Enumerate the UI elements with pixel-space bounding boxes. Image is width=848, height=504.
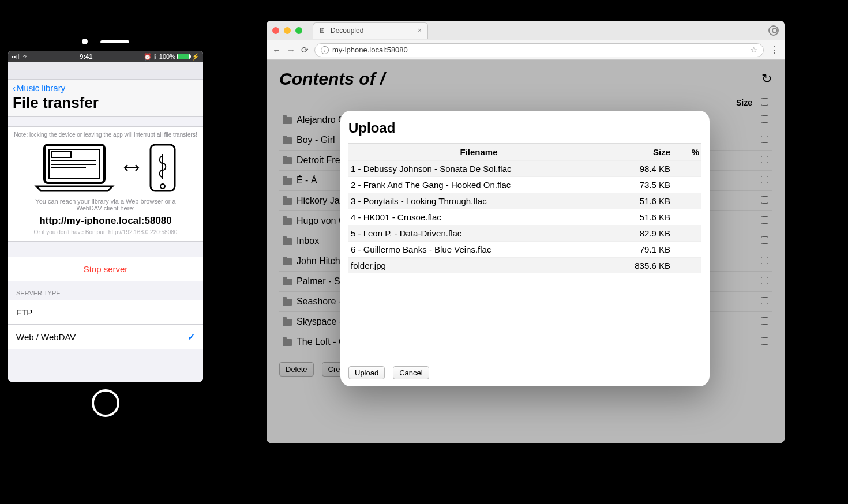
close-window-button[interactable] xyxy=(272,27,279,34)
upload-size: 51.6 KB xyxy=(609,209,673,225)
upload-filename: 5 - Leon P. - Data-Driven.flac xyxy=(348,225,609,242)
upload-row: 5 - Leon P. - Data-Driven.flac82.9 KB xyxy=(348,225,701,242)
option-label: FTP xyxy=(16,307,32,317)
bluetooth-icon: ᛒ xyxy=(153,53,157,60)
upload-filename: 2 - Frank And The Gang - Hooked On.flac xyxy=(348,177,609,193)
phone-notch xyxy=(8,32,203,51)
transfer-diagram xyxy=(8,138,203,195)
bookmark-star-icon[interactable]: ☆ xyxy=(751,46,757,54)
cancel-button[interactable]: Cancel xyxy=(393,366,429,379)
server-url: http://my-iphone.local:58080 xyxy=(8,214,203,228)
upload-row: 4 - HK001 - Crusoe.flac51.6 KB xyxy=(348,209,701,225)
alarm-icon: ⏰ xyxy=(144,53,152,61)
upload-size: 98.4 KB xyxy=(609,161,673,177)
upload-size: 73.5 KB xyxy=(609,177,673,193)
upload-row: 3 - Ponytails - Looking Through.flac51.6… xyxy=(348,193,701,209)
profile-icon[interactable] xyxy=(768,25,779,36)
stop-server-button[interactable]: Stop server xyxy=(8,257,203,281)
home-button[interactable] xyxy=(92,389,119,417)
address-bar[interactable]: i my-iphone.local:58080 ☆ xyxy=(314,43,764,57)
col-filename: Filename xyxy=(348,144,609,161)
transfer-arrows-icon xyxy=(123,159,140,176)
upload-row: 2 - Frank And The Gang - Hooked On.flac7… xyxy=(348,177,701,193)
reach-instructions: You can reach your library via a Web bro… xyxy=(8,195,203,214)
option-label: Web / WebDAV xyxy=(16,332,76,342)
page-viewport: Contents of / ↻ Size Alejandro CaBoy - G… xyxy=(267,60,785,443)
phone-icon xyxy=(148,144,177,192)
nav-bar: ‹ Music library File transfer xyxy=(8,80,203,117)
server-type-webdav[interactable]: Web / WebDAV ✓ xyxy=(8,324,203,349)
checkmark-icon: ✓ xyxy=(187,332,195,343)
upload-button[interactable]: Upload xyxy=(348,366,385,379)
upload-filename: 1 - Debussy Johnson - Sonata De Sol.flac xyxy=(348,161,609,177)
col-percent: % xyxy=(673,144,701,161)
charging-icon: ⚡ xyxy=(192,53,200,61)
minimize-window-button[interactable] xyxy=(284,27,291,34)
traffic-lights xyxy=(272,27,302,34)
home-button-area xyxy=(8,382,203,424)
svg-point-8 xyxy=(160,184,165,189)
upload-filename: 4 - HK001 - Crusoe.flac xyxy=(348,209,609,225)
upload-filename: folder.jpg xyxy=(348,258,609,274)
transfer-warning-note: Note: locking the device or leaving the … xyxy=(8,127,203,138)
browser-toolbar: ← → ⟳ i my-iphone.local:58080 ☆ ⋮ xyxy=(267,40,785,60)
maximize-window-button[interactable] xyxy=(295,27,302,34)
upload-size: 79.1 KB xyxy=(609,242,673,258)
modal-title: Upload xyxy=(348,120,701,136)
page-icon: 🗎 xyxy=(319,27,326,35)
background-app-row xyxy=(8,62,203,80)
browser-menu-icon[interactable]: ⋮ xyxy=(770,44,779,55)
status-bar: ••ıll ᯤ 9:41 ⏰ ᛒ 100% ⚡ xyxy=(8,51,203,62)
upload-row: 6 - Guillermo Banks - Blue Veins.flac79.… xyxy=(348,242,701,258)
battery-icon xyxy=(177,54,190,59)
reload-button[interactable]: ⟳ xyxy=(301,45,309,55)
page-title: File transfer xyxy=(13,94,198,112)
upload-table: Filename Size % 1 - Debussy Johnson - So… xyxy=(348,143,701,273)
upload-row: 1 - Debussy Johnson - Sonata De Sol.flac… xyxy=(348,161,701,177)
chevron-left-icon: ‹ xyxy=(13,83,16,93)
site-info-icon[interactable]: i xyxy=(321,46,329,54)
browser-tab[interactable]: 🗎 Decoupled × xyxy=(313,22,428,39)
browser-window: 🗎 Decoupled × ← → ⟳ i my-iphone.local:58… xyxy=(267,21,785,443)
bonjour-fallback: Or if you don't have Bonjour: http://192… xyxy=(8,228,203,241)
upload-size: 82.9 KB xyxy=(609,225,673,242)
address-text: my-iphone.local:58080 xyxy=(332,46,408,54)
back-label: Music library xyxy=(17,83,65,93)
phone-screen: ••ıll ᯤ 9:41 ⏰ ᛒ 100% ⚡ ‹ Music library … xyxy=(8,51,203,382)
upload-filename: 3 - Ponytails - Looking Through.flac xyxy=(348,193,609,209)
laptop-icon xyxy=(34,141,115,194)
upload-row: folder.jpg835.6 KB xyxy=(348,258,701,274)
upload-modal: Upload Filename Size % 1 - Debussy Johns… xyxy=(340,111,710,386)
status-time: 9:41 xyxy=(80,53,92,60)
battery-pct: 100% xyxy=(159,53,175,60)
back-button[interactable]: ← xyxy=(272,45,281,55)
close-tab-icon[interactable]: × xyxy=(418,27,422,35)
col-size: Size xyxy=(609,144,673,161)
back-button[interactable]: ‹ Music library xyxy=(13,83,198,93)
upload-size: 835.6 KB xyxy=(609,258,673,274)
server-type-ftp[interactable]: FTP xyxy=(8,300,203,324)
iphone-mockup: ••ıll ᯤ 9:41 ⏰ ᛒ 100% ⚡ ‹ Music library … xyxy=(8,32,203,424)
signal-icon: ••ıll ᯤ xyxy=(12,53,29,60)
upload-size: 51.6 KB xyxy=(609,193,673,209)
forward-button[interactable]: → xyxy=(287,45,295,55)
tab-title: Decoupled xyxy=(331,27,363,35)
server-type-header: SERVER TYPE xyxy=(8,281,203,300)
upload-filename: 6 - Guillermo Banks - Blue Veins.flac xyxy=(348,242,609,258)
browser-titlebar: 🗎 Decoupled × xyxy=(267,21,785,40)
